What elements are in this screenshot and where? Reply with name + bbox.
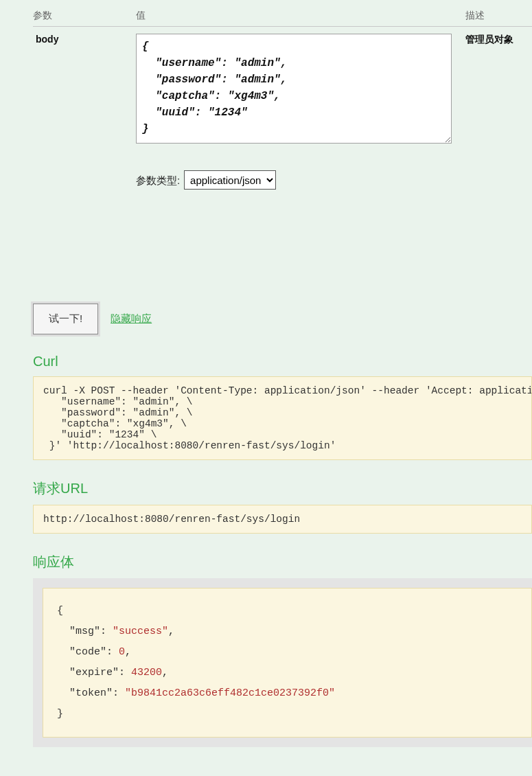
param-row-body: body 参数类型: application/json 管理员对象	[33, 27, 532, 194]
param-type-select[interactable]: application/json	[184, 170, 276, 190]
curl-heading: Curl	[33, 354, 532, 369]
params-table: 参数 值 描述 body 参数类型: application/json	[33, 7, 532, 194]
response-body-block: { "msg": "success", "code": 0, "expire":…	[43, 588, 532, 738]
col-desc: 描述	[465, 7, 532, 27]
col-param: 参数	[33, 7, 136, 27]
param-name: body	[33, 34, 58, 45]
response-body-heading: 响应体	[33, 553, 532, 571]
param-type-label: 参数类型:	[136, 174, 180, 186]
request-url-block: http://localhost:8080/renren-fast/sys/lo…	[33, 505, 532, 534]
request-url-heading: 请求URL	[33, 479, 532, 498]
curl-block: curl -X POST --header 'Content-Type: app…	[33, 376, 532, 460]
param-desc: 管理员对象	[465, 34, 513, 45]
hide-response-link[interactable]: 隐藏响应	[111, 312, 152, 326]
body-textarea[interactable]	[136, 34, 452, 144]
try-it-button[interactable]: 试一下!	[33, 304, 98, 334]
col-value: 值	[136, 7, 465, 27]
